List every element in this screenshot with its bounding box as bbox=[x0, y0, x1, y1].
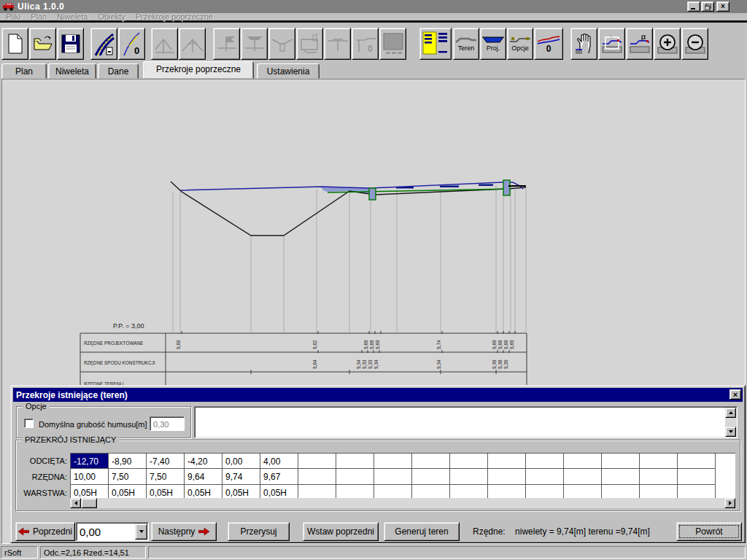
crown-tool-1-button[interactable] bbox=[151, 28, 178, 60]
grid-cell-empty[interactable] bbox=[564, 469, 602, 485]
tab-ustawienia[interactable]: Ustawienia bbox=[257, 63, 320, 79]
wstaw-poprzedni-button[interactable]: Wstaw poprzedni bbox=[303, 522, 379, 541]
status-app-panel: rSoft bbox=[1, 546, 38, 559]
title-bar[interactable]: Ulica 1.0.0 × bbox=[0, 0, 747, 13]
combobox-dropdown-button[interactable] bbox=[135, 524, 147, 540]
screen-icon bbox=[382, 32, 404, 55]
save-file-button[interactable] bbox=[57, 28, 84, 60]
grid-cell-empty[interactable] bbox=[450, 454, 488, 469]
grid-cell[interactable]: 9,64 bbox=[185, 469, 222, 485]
grid-cell-empty[interactable] bbox=[640, 469, 678, 485]
lines-zero-button[interactable]: 0 bbox=[534, 28, 563, 60]
grid-cell-empty[interactable] bbox=[526, 469, 564, 485]
grid-cell[interactable]: -8,90 bbox=[109, 454, 147, 469]
menu-przekroje[interactable]: Przekroje poprzeczne bbox=[136, 12, 213, 21]
tab-niweleta[interactable]: Niweleta bbox=[48, 63, 96, 79]
niweleta-tool-button[interactable]: 0 bbox=[118, 28, 145, 60]
grid-cell-empty[interactable] bbox=[488, 454, 526, 469]
grid-cell-empty[interactable] bbox=[564, 454, 602, 469]
elevation-mark: 9,33 bbox=[362, 359, 367, 369]
listbox-vertical-scrollbar[interactable] bbox=[725, 408, 736, 437]
przerysuj-button[interactable]: Przerysuj bbox=[228, 522, 290, 541]
grid-cell[interactable]: 4,00 bbox=[260, 454, 298, 469]
grid-cell-empty[interactable] bbox=[298, 454, 336, 469]
menu-niweleta[interactable]: Niweleta bbox=[57, 12, 88, 21]
grid-cell[interactable]: 7,50 bbox=[109, 469, 147, 485]
pan-button[interactable] bbox=[570, 28, 597, 60]
sections-listbox[interactable] bbox=[194, 406, 738, 438]
zoom-in-button[interactable] bbox=[654, 28, 681, 60]
menu-plan[interactable]: Plan bbox=[31, 12, 47, 21]
zoom-out-button[interactable] bbox=[681, 28, 708, 60]
grid-cell[interactable]: 9,74 bbox=[222, 469, 260, 485]
crown-tool-2-button[interactable] bbox=[179, 28, 206, 60]
grid-cell[interactable]: -12,70 bbox=[71, 454, 109, 469]
plan-tool-button[interactable] bbox=[90, 28, 117, 60]
poprzedni-button[interactable]: Poprzedni bbox=[15, 522, 75, 541]
opcje-legend: Opcje bbox=[23, 402, 50, 411]
grid-cell[interactable]: 10,00 bbox=[71, 469, 109, 485]
scroll-up-button[interactable] bbox=[725, 408, 736, 418]
zoom-extent-button[interactable] bbox=[626, 28, 653, 60]
zoom-window-button[interactable]: ∴ bbox=[598, 28, 625, 60]
restore-button[interactable] bbox=[701, 1, 714, 12]
tab-dane[interactable]: Dane bbox=[98, 63, 139, 79]
humus-value-field[interactable] bbox=[150, 416, 185, 431]
humus-checkbox[interactable] bbox=[24, 419, 34, 428]
flag-tool-2-button[interactable] bbox=[241, 28, 268, 60]
scroll-right-button[interactable] bbox=[724, 498, 735, 508]
grid-cell[interactable]: -4,20 bbox=[185, 454, 222, 469]
grid-cell-empty[interactable] bbox=[488, 469, 526, 485]
scrollbar-thumb[interactable] bbox=[81, 498, 97, 508]
grid-cell[interactable]: 9,67 bbox=[260, 469, 298, 485]
proj-button[interactable]: Proj. bbox=[480, 28, 506, 60]
open-file-button[interactable] bbox=[29, 28, 56, 60]
dialog-title-bar[interactable]: Przekroje istniejące (teren) × bbox=[13, 388, 743, 402]
grid-cell-empty[interactable] bbox=[526, 454, 564, 469]
generuj-teren-button[interactable]: Generuj teren bbox=[384, 522, 460, 541]
grid-horizontal-scrollbar[interactable] bbox=[70, 498, 735, 508]
close-button[interactable]: × bbox=[716, 1, 729, 12]
grid-cell-empty[interactable] bbox=[374, 469, 412, 485]
tee-tool-button[interactable] bbox=[324, 28, 351, 60]
generuj-teren-label: Generuj teren bbox=[395, 526, 448, 537]
grid-cell-empty[interactable] bbox=[602, 454, 640, 469]
opcje-button[interactable]: Opcje bbox=[507, 28, 533, 60]
tab-plan[interactable]: Plan bbox=[1, 63, 47, 79]
grid-cell-empty[interactable] bbox=[298, 469, 336, 485]
nastepny-button[interactable]: Następny bbox=[151, 522, 217, 541]
powrot-button[interactable]: Powrót bbox=[676, 522, 742, 541]
minimize-button[interactable] bbox=[687, 1, 700, 12]
grid-cell-empty[interactable] bbox=[412, 469, 450, 485]
flag-tool-1-button[interactable] bbox=[213, 28, 240, 60]
grid-cell-empty[interactable] bbox=[678, 454, 716, 469]
crown-icon bbox=[154, 34, 176, 54]
menu-obiekty[interactable]: Obiekty bbox=[98, 12, 125, 21]
new-file-button[interactable] bbox=[1, 28, 28, 60]
grid-cell-empty[interactable] bbox=[374, 454, 412, 469]
corner-zero-tool-button[interactable]: 0 bbox=[352, 28, 379, 60]
station-combobox[interactable]: 0,00 bbox=[76, 522, 149, 541]
grid-cell-empty[interactable] bbox=[450, 469, 488, 485]
screen-tool-button[interactable] bbox=[379, 28, 406, 60]
grid-cell-empty[interactable] bbox=[412, 454, 450, 469]
dialog-close-icon[interactable]: × bbox=[729, 389, 741, 400]
scroll-down-button[interactable] bbox=[725, 427, 736, 437]
tab-przekroje-poprzeczne[interactable]: Przekroje poprzeczne bbox=[143, 61, 254, 79]
grid-cell-empty[interactable] bbox=[336, 469, 374, 485]
scroll-left-button[interactable] bbox=[70, 498, 81, 508]
grid-cell[interactable]: 0,00 bbox=[222, 454, 260, 469]
box-tool-button[interactable] bbox=[296, 28, 323, 60]
grid-cell-empty[interactable] bbox=[640, 454, 678, 469]
teren-button[interactable]: Teren bbox=[453, 28, 479, 60]
grid-cell-empty[interactable] bbox=[678, 469, 716, 485]
zoom-out-icon bbox=[684, 33, 706, 55]
ditch-tool-button[interactable] bbox=[268, 28, 295, 60]
corner-zero-icon: 0 bbox=[355, 33, 376, 55]
grid-cell-empty[interactable] bbox=[602, 469, 640, 485]
legend-button[interactable] bbox=[419, 28, 452, 60]
menu-pliki[interactable]: Pliki bbox=[6, 12, 20, 21]
grid-cell[interactable]: -7,40 bbox=[147, 454, 185, 469]
grid-cell-empty[interactable] bbox=[336, 454, 374, 469]
grid-cell[interactable]: 7,50 bbox=[147, 469, 185, 485]
